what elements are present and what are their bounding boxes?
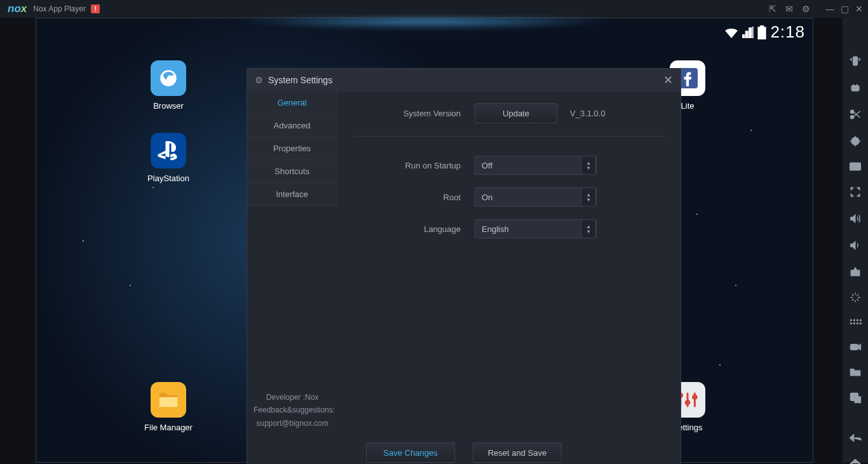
svg-rect-19 bbox=[851, 345, 858, 350]
title-bar: nox Nox App Player ! ⇱ ✉ ⚙ — ▢ ✕ bbox=[0, 0, 868, 18]
settings-gear-icon[interactable]: ⚙ bbox=[802, 4, 810, 14]
volume-up-icon[interactable] bbox=[848, 212, 862, 225]
status-clock: 2:18 bbox=[770, 22, 805, 42]
android-back-icon[interactable] bbox=[848, 432, 862, 444]
apk-icon[interactable]: APK bbox=[848, 266, 862, 277]
volume-down-icon[interactable] bbox=[848, 239, 862, 252]
chevron-updown-icon bbox=[581, 219, 596, 238]
scissors-icon[interactable] bbox=[848, 108, 862, 121]
desktop-icon-file-manager[interactable]: File Manager bbox=[143, 382, 194, 432]
select-run-on-startup[interactable]: Off bbox=[475, 156, 597, 175]
label-root: Root bbox=[354, 193, 475, 202]
label-language: Language bbox=[354, 224, 475, 234]
pin-icon[interactable]: ⇱ bbox=[769, 4, 776, 14]
system-version-value: V_3.1.0.0 bbox=[570, 109, 606, 118]
dialog-header: ⚙ System Settings ✕ bbox=[247, 69, 681, 92]
svg-point-14 bbox=[860, 320, 862, 322]
label-system-version: System Version bbox=[354, 109, 475, 118]
shake-icon[interactable] bbox=[848, 55, 862, 67]
svg-point-18 bbox=[860, 323, 862, 325]
svg-point-6 bbox=[851, 116, 854, 119]
update-button[interactable]: Update bbox=[475, 103, 557, 123]
select-language[interactable]: English bbox=[475, 219, 597, 238]
android-status-bar: 2:18 bbox=[724, 22, 805, 42]
android-home-icon[interactable] bbox=[848, 458, 862, 464]
tab-interface[interactable]: Interface bbox=[247, 183, 337, 206]
settings-content: System Version Update V_3.1.0.0 Run on S… bbox=[337, 92, 681, 432]
record-icon[interactable] bbox=[848, 342, 862, 352]
svg-point-13 bbox=[857, 320, 858, 322]
developer-info: Developer :Nox Feedback&suggestions: sup… bbox=[247, 391, 337, 432]
svg-rect-2 bbox=[851, 86, 859, 91]
chevron-updown-icon bbox=[581, 188, 596, 207]
reset-and-save-button[interactable]: Reset and Save bbox=[473, 442, 562, 463]
save-changes-button[interactable]: Save Changes bbox=[366, 442, 455, 463]
settings-tab-list: General Advanced Properties Shortcuts In… bbox=[247, 92, 337, 432]
app-title: Nox App Player bbox=[33, 4, 86, 13]
mail-icon[interactable]: ✉ bbox=[785, 4, 793, 14]
dialog-close-icon[interactable]: ✕ bbox=[663, 73, 673, 87]
system-settings-dialog: ⚙ System Settings ✕ General Advanced Pro… bbox=[247, 68, 681, 464]
svg-rect-1 bbox=[853, 57, 858, 65]
maximize-button[interactable]: ▢ bbox=[841, 4, 849, 14]
add-window-icon[interactable] bbox=[848, 392, 862, 404]
select-root[interactable]: On bbox=[475, 188, 597, 207]
gear-icon: ⚙ bbox=[255, 75, 263, 85]
divider bbox=[354, 136, 664, 137]
alert-badge[interactable]: ! bbox=[91, 4, 100, 13]
tab-general[interactable]: General bbox=[247, 92, 337, 114]
robot-icon[interactable] bbox=[848, 81, 862, 94]
svg-rect-9 bbox=[850, 163, 861, 170]
svg-point-4 bbox=[857, 88, 858, 89]
dialog-footer: Save Changes Reset and Save bbox=[247, 432, 681, 464]
svg-point-17 bbox=[857, 323, 858, 325]
emulator-screen: 2:18 Browser PlayStation File Manager Li… bbox=[36, 18, 813, 463]
chevron-updown-icon bbox=[581, 156, 596, 175]
fullscreen-icon[interactable] bbox=[848, 186, 862, 198]
svg-text:APK: APK bbox=[852, 271, 859, 275]
svg-point-8 bbox=[854, 140, 856, 142]
folder-icon[interactable] bbox=[848, 366, 862, 378]
battery-icon bbox=[757, 25, 766, 39]
keyboard-icon[interactable] bbox=[848, 161, 862, 172]
tab-properties[interactable]: Properties bbox=[247, 137, 337, 160]
svg-point-11 bbox=[850, 320, 852, 322]
desktop-icon-browser[interactable]: Browser bbox=[143, 60, 194, 111]
app-logo: nox bbox=[5, 3, 27, 15]
svg-point-5 bbox=[851, 110, 854, 113]
flare-icon[interactable] bbox=[848, 291, 862, 304]
svg-point-3 bbox=[853, 88, 855, 89]
svg-point-16 bbox=[853, 323, 855, 325]
desktop-icon-playstation[interactable]: PlayStation bbox=[143, 133, 194, 183]
close-button[interactable]: ✕ bbox=[855, 4, 863, 14]
label-run-on-startup: Run on Startup bbox=[354, 161, 475, 170]
svg-point-15 bbox=[850, 323, 852, 325]
svg-point-12 bbox=[853, 320, 855, 322]
minimize-button[interactable]: — bbox=[825, 4, 834, 14]
tab-shortcuts[interactable]: Shortcuts bbox=[247, 160, 337, 183]
dialog-title: System Settings bbox=[268, 75, 332, 85]
signal-icon bbox=[742, 27, 754, 38]
location-icon[interactable] bbox=[848, 135, 862, 147]
tab-advanced[interactable]: Advanced bbox=[247, 114, 337, 137]
grid-icon[interactable] bbox=[848, 318, 862, 328]
side-toolbar: APK bbox=[843, 18, 868, 463]
wifi-icon bbox=[724, 27, 738, 38]
